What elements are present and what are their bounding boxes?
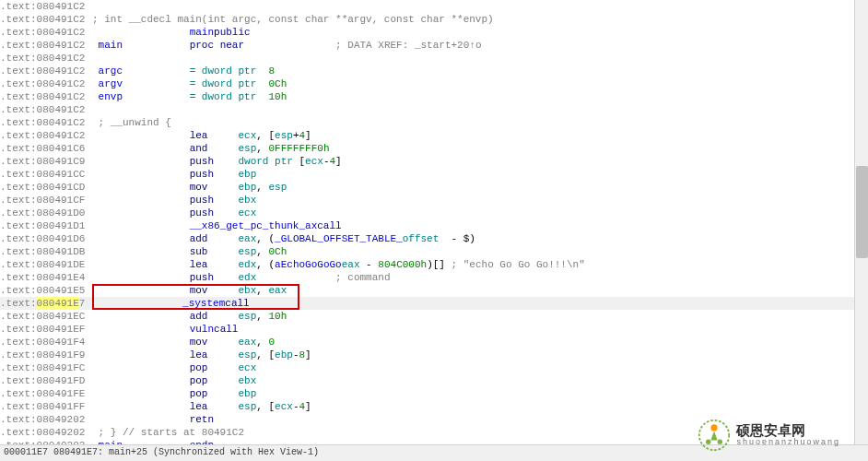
disasm-line[interactable]: .text:080491FF lea esp, [ecx-4] — [0, 400, 868, 413]
disasm-line[interactable]: .text:080491DB sub esp, 0Ch — [0, 245, 868, 258]
line-content: push ebx — [92, 194, 256, 207]
line-address: .text:080491EC — [0, 310, 92, 323]
line-content: lea edx, (aEchoGoGoGoeax - 804C000h)[] ;… — [92, 258, 585, 271]
disasm-line[interactable]: .text:080491C2 argv = dword ptr 0Ch — [0, 77, 868, 90]
line-content: argv = dword ptr 0Ch — [92, 77, 287, 90]
disasm-line[interactable]: .text:080491D0 push ecx — [0, 207, 868, 219]
line-address: .text:080491E4 — [0, 271, 92, 284]
disassembly-view[interactable]: .text:080491C2.text:080491C2; int __cdec… — [0, 0, 868, 444]
line-address: .text:080491CC — [0, 168, 92, 181]
disasm-line[interactable]: .text:080491F4 mov eax, 0 — [0, 336, 868, 349]
disasm-line[interactable]: .text:080491C2 — [0, 103, 868, 116]
line-content: add eax, (_GLOBAL_OFFSET_TABLE_offset - … — [92, 232, 475, 245]
line-address: .text:080491C2 — [0, 52, 92, 65]
line-address: .text:080491C6 — [0, 142, 92, 155]
line-content: lea esp, [ebp-8] — [92, 349, 311, 361]
line-address: .text:080491C2 — [0, 13, 92, 26]
line-address: .text:080491CF — [0, 194, 92, 207]
disasm-line[interactable]: .text:080491C2 main proc near ; DATA XRE… — [0, 39, 868, 52]
line-address: .text:080491EF — [0, 323, 92, 336]
line-address: .text:080491D6 — [0, 232, 92, 245]
disasm-line[interactable]: .text:080491CD mov ebp, esp — [0, 181, 868, 194]
line-content: push ecx — [92, 207, 256, 219]
disasm-line[interactable]: .text:080491E7 _systemcall — [0, 297, 868, 310]
disasm-line[interactable]: .text:080491C9 push dword ptr [ecx-4] — [0, 155, 868, 168]
line-content: pop ebp — [92, 387, 256, 400]
disasm-line[interactable]: .text:080491C2 — [0, 52, 868, 65]
line-content: and esp, 0FFFFFFF0h — [92, 142, 329, 155]
line-address: .text:080491C9 — [0, 155, 92, 168]
disasm-line[interactable]: .text:08049202 ; } // starts at 80491C2 — [0, 426, 868, 439]
line-address: .text:080491DE — [0, 258, 92, 271]
line-content: pop ebx — [92, 374, 256, 387]
line-address: .text:080491CD — [0, 181, 92, 194]
disasm-line[interactable]: .text:080491CF push ebx — [0, 194, 868, 207]
disasm-line[interactable]: .text:080491FD pop ebx — [0, 374, 868, 387]
disasm-line[interactable]: .text:080491C6 and esp, 0FFFFFFF0h — [0, 142, 868, 155]
line-content: ; __unwind { — [92, 116, 171, 129]
line-address: .text:080491FF — [0, 400, 92, 413]
line-address: .text:080491F4 — [0, 336, 92, 349]
disasm-line[interactable]: .text:080491C2; int __cdecl main(int arg… — [0, 13, 868, 26]
line-address: .text:080491C2 — [0, 26, 92, 39]
line-address: .text:080491C2 — [0, 65, 92, 77]
disasm-line[interactable]: .text:080491FE pop ebp — [0, 387, 868, 400]
disasm-line[interactable]: .text:080491FC pop ecx — [0, 361, 868, 374]
line-content: ; } // starts at 80491C2 — [92, 426, 244, 439]
line-content: envp = dword ptr 10h — [92, 90, 287, 103]
disasm-line[interactable]: .text:080491C2 envp = dword ptr 10h — [0, 90, 868, 103]
line-content: argc = dword ptr 8 — [92, 65, 275, 77]
disasm-line[interactable]: .text:080491C2 mainpublic — [0, 26, 868, 39]
disasm-line[interactable]: .text:080491D6 add eax, (_GLOBAL_OFFSET_… — [0, 232, 868, 245]
disasm-line[interactable]: .text:080491F9 lea esp, [ebp-8] — [0, 349, 868, 361]
line-address: .text:080491D1 — [0, 219, 92, 232]
disasm-line[interactable]: .text:080491DE lea edx, (aEchoGoGoGoeax … — [0, 258, 868, 271]
line-content: push dword ptr [ecx-4] — [92, 155, 342, 168]
line-content: ; int __cdecl main(int argc, const char … — [92, 13, 494, 26]
line-address: .text:080491C2 — [0, 90, 92, 103]
disasm-line[interactable]: .text:080491EC add esp, 10h — [0, 310, 868, 323]
vertical-scrollbar[interactable] — [854, 0, 868, 444]
line-content: lea ecx, [esp+4] — [92, 129, 311, 142]
line-address: .text:080491C2 — [0, 0, 92, 13]
line-address: .text:080491C2 — [0, 77, 92, 90]
line-content: push ebp — [92, 168, 256, 181]
status-bar: 000011E7 080491E7: main+25 (Synchronized… — [0, 444, 868, 461]
disasm-line[interactable]: .text:08049202 retn — [0, 413, 868, 426]
line-content: lea esp, [ecx-4] — [92, 400, 311, 413]
line-content: mov ebx, eax — [92, 284, 287, 297]
line-content: _systemcall — [85, 297, 274, 310]
disasm-line[interactable]: .text:080491CC push ebp — [0, 168, 868, 181]
disasm-line[interactable]: .text:080491C2 lea ecx, [esp+4] — [0, 129, 868, 142]
disasm-line[interactable]: .text:080491E4 push edx ; command — [0, 271, 868, 284]
line-address: .text:080491FE — [0, 387, 92, 400]
disasm-line[interactable]: .text:080491E5 mov ebx, eax — [0, 284, 868, 297]
line-content: main proc near ; DATA XREF: _start+20↑o — [92, 39, 482, 52]
disasm-line[interactable]: .text:080491C2 ; __unwind { — [0, 116, 868, 129]
line-address-highlight: 080491E — [37, 297, 79, 310]
line-content: mainpublic — [92, 26, 256, 39]
line-content: mov ebp, esp — [92, 181, 287, 194]
disasm-line[interactable]: .text:080491C2 — [0, 0, 868, 13]
line-address: 7 — [79, 297, 86, 310]
line-address: .text:080491C2 — [0, 103, 92, 116]
line-content: __x86_get_pc_thunk_axcall — [92, 219, 366, 232]
disasm-line[interactable]: .text:080491EF vulncall — [0, 323, 868, 336]
line-address: .text:080491C2 — [0, 39, 92, 52]
line-content: push edx ; command — [92, 271, 391, 284]
line-address: .text:080491C2 — [0, 129, 92, 142]
disasm-line[interactable]: .text:080491C2 argc = dword ptr 8 — [0, 65, 868, 77]
line-address: .text:080491FD — [0, 374, 92, 387]
line-address: .text: — [0, 297, 37, 310]
line-address: .text:08049202 — [0, 426, 92, 439]
line-content: sub esp, 0Ch — [92, 245, 287, 258]
line-address: .text:080491DB — [0, 245, 92, 258]
line-address: .text:080491E5 — [0, 284, 92, 297]
line-content: vulncall — [92, 323, 263, 336]
scrollbar-thumb[interactable] — [856, 166, 868, 258]
line-address: .text:080491D0 — [0, 207, 92, 219]
line-address: .text:080491F9 — [0, 349, 92, 361]
disasm-line[interactable]: .text:080491D1 __x86_get_pc_thunk_axcall — [0, 219, 868, 232]
line-address: .text:08049202 — [0, 413, 92, 426]
line-address: .text:080491C2 — [0, 116, 92, 129]
